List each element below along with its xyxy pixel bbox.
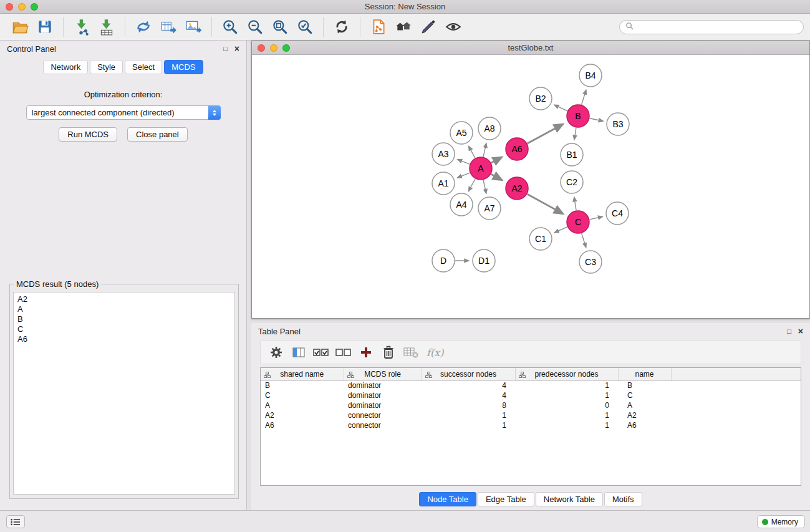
graph-node-C4[interactable]: C4: [606, 202, 629, 225]
import-table-icon[interactable]: [95, 16, 118, 38]
graph-node-A5[interactable]: A5: [450, 122, 473, 144]
titlebar[interactable]: Session: New Session: [0, 0, 810, 14]
graph-node-A8[interactable]: A8: [478, 117, 501, 140]
style-brush-icon[interactable]: [417, 16, 440, 38]
graph-node-A2[interactable]: A2: [506, 177, 528, 200]
graph-node-A4[interactable]: A4: [450, 193, 473, 216]
tab-network[interactable]: Network: [43, 60, 88, 74]
network-window-titlebar[interactable]: testGlobe.txt: [252, 41, 809, 55]
network-canvas[interactable]: B4B2BB3A5A8A6B1A3AC2A1A2A4A7C4CC1C3DD1: [252, 56, 809, 318]
graph-node-C1[interactable]: C1: [529, 228, 552, 250]
graph-node-B4[interactable]: B4: [579, 64, 602, 87]
graph-node-A3[interactable]: A3: [432, 143, 455, 165]
table-row[interactable]: Bdominator41B: [261, 380, 801, 390]
search-box[interactable]: [619, 20, 804, 34]
table-row[interactable]: A6connector11A6: [261, 420, 801, 430]
tab-motifs[interactable]: Motifs: [604, 492, 642, 506]
float-panel-icon[interactable]: □: [223, 46, 228, 52]
table-row[interactable]: Adominator80A: [261, 400, 801, 410]
network-minimize-button[interactable]: [270, 44, 277, 52]
dropdown-stepper-icon[interactable]: [208, 105, 221, 120]
export-table-icon[interactable]: [157, 16, 180, 38]
network-close-button[interactable]: [258, 44, 265, 52]
zoom-window-button[interactable]: [31, 3, 38, 11]
graph-edge-A-A6[interactable]: [491, 157, 502, 163]
graph-edge-A6-B[interactable]: [528, 124, 563, 143]
select-all-icon[interactable]: [312, 343, 330, 362]
deselect-all-icon[interactable]: [334, 343, 353, 362]
graph-node-A1[interactable]: A1: [432, 172, 455, 195]
tab-select[interactable]: Select: [125, 60, 162, 74]
function-builder-label[interactable]: f(x): [424, 347, 443, 359]
close-panel-button[interactable]: Close panel: [127, 127, 188, 142]
graph-node-B2[interactable]: B2: [529, 87, 552, 110]
graph-node-C2[interactable]: C2: [561, 171, 583, 193]
column-header-mcds-role[interactable]: MCDS role: [344, 368, 422, 380]
graph-edge-C-C2[interactable]: [574, 197, 576, 210]
save-session-icon[interactable]: [34, 16, 56, 38]
task-history-icon[interactable]: [6, 515, 25, 528]
mcds-result-list[interactable]: A2 A B C A6: [13, 292, 235, 495]
import-network-icon[interactable]: [70, 16, 93, 38]
graph-node-B1[interactable]: B1: [561, 143, 583, 166]
first-neighbors-icon[interactable]: [392, 16, 415, 38]
tab-edge-table[interactable]: Edge Table: [478, 492, 534, 506]
tab-network-table[interactable]: Network Table: [536, 492, 603, 506]
network-zoom-button[interactable]: [282, 44, 290, 52]
graph-node-C3[interactable]: C3: [579, 251, 602, 273]
graph-edge-B-B4[interactable]: [582, 90, 586, 105]
open-session-icon[interactable]: [9, 16, 31, 38]
float-panel-icon[interactable]: □: [787, 328, 791, 335]
graph-edge-A-A8[interactable]: [483, 143, 486, 157]
zoom-in-icon[interactable]: [219, 16, 241, 38]
search-input[interactable]: [637, 22, 798, 31]
export-network-icon[interactable]: [132, 16, 155, 38]
show-hide-icon[interactable]: [442, 16, 465, 38]
graph-edge-A-A5[interactable]: [469, 146, 475, 158]
graph-edge-C-C1[interactable]: [554, 227, 567, 233]
memory-button[interactable]: Memory: [757, 515, 805, 528]
graph-edge-A-A1[interactable]: [457, 173, 470, 178]
tab-mcds[interactable]: MCDS: [164, 60, 203, 74]
table-row[interactable]: Cdominator41C: [261, 390, 801, 400]
graph-edge-C-C3[interactable]: [582, 233, 586, 248]
graph-node-B[interactable]: B: [567, 105, 589, 127]
tab-style[interactable]: Style: [90, 60, 123, 74]
delete-table-icon[interactable]: [402, 343, 420, 362]
export-image-icon[interactable]: [182, 16, 205, 38]
close-panel-icon[interactable]: ×: [798, 327, 803, 336]
graph-edge-A-A4[interactable]: [468, 179, 475, 191]
column-header-successor-nodes[interactable]: successor nodes: [422, 368, 515, 380]
column-header-name[interactable]: name: [618, 368, 671, 380]
gear-icon[interactable]: [267, 343, 286, 362]
column-header-shared-name[interactable]: shared name: [261, 368, 344, 380]
graph-node-C[interactable]: C: [567, 211, 589, 233]
graph-edge-A2-C[interactable]: [528, 194, 564, 214]
column-header-predecessor-nodes[interactable]: predecessor nodes: [515, 368, 618, 380]
graph-edge-A-A7[interactable]: [483, 180, 486, 194]
run-mcds-button[interactable]: Run MCDS: [59, 127, 117, 142]
close-panel-icon[interactable]: ×: [234, 44, 239, 53]
refresh-layout-icon[interactable]: [330, 16, 353, 38]
network-document-icon[interactable]: [367, 16, 390, 38]
graph-edge-B-B2[interactable]: [554, 105, 567, 111]
minimize-window-button[interactable]: [18, 3, 26, 11]
graph-node-A7[interactable]: A7: [478, 197, 501, 220]
graph-node-D[interactable]: D: [432, 249, 455, 272]
zoom-fit-icon[interactable]: [269, 16, 291, 38]
insert-column-icon[interactable]: [289, 343, 308, 362]
table-row[interactable]: A2connector11A2: [261, 410, 801, 420]
graph-edge-B-B1[interactable]: [574, 128, 576, 140]
zoom-selected-icon[interactable]: [294, 16, 316, 38]
graph-edge-A-A2[interactable]: [491, 174, 503, 180]
graph-edge-C-C4[interactable]: [590, 216, 603, 220]
delete-row-icon[interactable]: [379, 343, 398, 362]
graph-node-D1[interactable]: D1: [473, 249, 495, 272]
close-window-button[interactable]: [6, 3, 13, 11]
zoom-out-icon[interactable]: [244, 16, 266, 38]
add-row-icon[interactable]: [357, 343, 375, 362]
optimization-criterion-dropdown[interactable]: largest connected component (directed): [26, 105, 221, 120]
graph-edge-A-A3[interactable]: [457, 160, 470, 165]
graph-edge-B-B3[interactable]: [590, 118, 604, 121]
graph-node-A[interactable]: A: [470, 157, 492, 180]
